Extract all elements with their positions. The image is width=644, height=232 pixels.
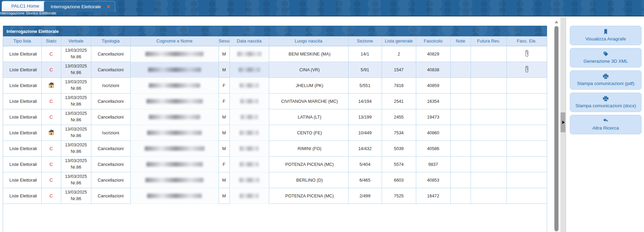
status-c-label: C bbox=[50, 114, 53, 120]
column-header-stato[interactable]: Stato bbox=[41, 36, 61, 46]
cell-note bbox=[450, 141, 471, 156]
column-header-verbale[interactable]: Verbale bbox=[61, 36, 91, 46]
attachment-link[interactable] bbox=[525, 69, 529, 74]
column-header-luogo-nascita[interactable]: Luogo nascita bbox=[269, 36, 348, 46]
column-header-note[interactable]: Note bbox=[450, 36, 471, 46]
cell-data-nascita bbox=[229, 109, 269, 125]
redacted-name bbox=[147, 194, 202, 198]
top-tab-bar: PALC1 Home Interrogazione Elettorale × I… bbox=[0, 0, 644, 16]
actions-panel: Visualizza Anagrafe Generazione 3D XML S… bbox=[566, 17, 644, 232]
redacted-name bbox=[149, 115, 200, 119]
cell-lista-generale: 6603 bbox=[382, 172, 416, 188]
stampa-comunicazioni-docx-button[interactable]: Stampa comunicazioni (docx) bbox=[570, 93, 642, 112]
table-row[interactable]: Liste Elettorali C 13/03/2025 Nr.86 Canc… bbox=[3, 46, 547, 62]
cell-luogo-nascita: BERLINO (D) bbox=[269, 172, 348, 188]
table-row[interactable]: Liste Elettorali C 13/03/2025 Nr.86 Canc… bbox=[3, 109, 547, 125]
cell-data-nascita bbox=[229, 46, 269, 62]
column-header-tipologia[interactable]: Tipologia bbox=[91, 36, 130, 46]
table-row[interactable]: Liste Elettorali 13/03/2025 Nr.86 Iscriz… bbox=[3, 125, 547, 141]
cell-fascicolo: 40838 bbox=[416, 62, 450, 77]
cell-note bbox=[450, 125, 471, 141]
tab-label: PALC1 Home bbox=[11, 3, 39, 9]
cell-note bbox=[450, 93, 471, 109]
button-label: Stampa comunicazioni (pdf) bbox=[570, 81, 641, 86]
cell-tipologia: Iscrizioni bbox=[91, 77, 130, 93]
cell-sezione: 5/551 bbox=[348, 77, 382, 93]
cell-futura-rev bbox=[471, 77, 507, 93]
paperclip-icon bbox=[525, 66, 529, 73]
column-header-sezione[interactable]: Sezione bbox=[348, 36, 382, 46]
column-header-tipo-lista[interactable]: Tipo lista bbox=[3, 36, 41, 46]
redacted-birthdate bbox=[241, 115, 258, 119]
panel-splitter[interactable] bbox=[560, 17, 566, 232]
vertical-scrollbar[interactable] bbox=[554, 17, 559, 232]
splitter-handle[interactable] bbox=[561, 112, 565, 132]
cell-lista-generale: 2541 bbox=[382, 93, 416, 109]
house-icon bbox=[48, 82, 54, 88]
button-label: Altra Ricerca bbox=[570, 125, 641, 131]
redacted-name bbox=[145, 52, 203, 56]
cell-sezione: 14/432 bbox=[348, 141, 382, 156]
cell-note bbox=[450, 172, 471, 188]
column-header-futura-rev[interactable]: Futura Rev. bbox=[471, 36, 507, 46]
cell-fasc-ele bbox=[507, 77, 547, 93]
cell-fascicolo: 40829 bbox=[416, 46, 450, 62]
cell-sesso: M bbox=[219, 172, 229, 188]
table-row[interactable]: Liste Elettorali 13/03/2025 Nr.86 Iscriz… bbox=[3, 77, 547, 93]
cell-sesso: M bbox=[219, 62, 229, 77]
cell-tipologia: Cancellazioni bbox=[91, 46, 130, 62]
column-header-lista-generale[interactable]: Lista generale bbox=[382, 36, 416, 46]
cell-luogo-nascita: CINA (VR) bbox=[269, 62, 348, 77]
cell-verbale: 13/03/2025 Nr.86 bbox=[61, 62, 91, 77]
cell-fasc-ele bbox=[507, 109, 547, 125]
cell-tipo-lista: Liste Elettorali bbox=[3, 188, 41, 204]
redacted-name bbox=[145, 146, 205, 151]
cell-sezione: 5/404 bbox=[348, 156, 382, 172]
column-header-data-nascita[interactable]: Data nascita bbox=[229, 36, 269, 46]
cell-sezione: 14/1 bbox=[348, 46, 382, 62]
cell-sesso: M bbox=[219, 188, 229, 204]
cell-stato: C bbox=[41, 172, 61, 188]
tab-palc1-home[interactable]: PALC1 Home bbox=[2, 1, 49, 11]
table-row[interactable]: Liste Elettorali C 13/03/2025 Nr.86 Canc… bbox=[3, 172, 547, 188]
cell-verbale: 13/03/2025 Nr.86 bbox=[61, 156, 91, 172]
cell-fascicolo: 40853 bbox=[416, 172, 450, 188]
table-row[interactable]: Liste Elettorali C 13/03/2025 Nr.86 Canc… bbox=[3, 188, 547, 204]
breadcrumb: Interrogazione Storico Elettorale bbox=[0, 11, 56, 15]
cell-stato: C bbox=[41, 141, 61, 156]
cell-cognome-nome bbox=[130, 141, 219, 156]
cell-sezione: 5/91 bbox=[348, 62, 382, 77]
column-header-fasc-ele[interactable]: Fasc. Ele. bbox=[507, 36, 547, 46]
cell-fascicolo: 40860 bbox=[416, 125, 450, 141]
close-icon[interactable]: × bbox=[107, 4, 110, 10]
button-label: Stampa comunicazioni (docx) bbox=[570, 103, 641, 108]
table-row[interactable]: Liste Elettorali C 13/03/2025 Nr.86 Canc… bbox=[3, 93, 547, 109]
altra-ricerca-button[interactable]: Altra Ricerca bbox=[570, 115, 642, 134]
tab-interrogazione-elettorale[interactable]: Interrogazione Elettorale × bbox=[44, 1, 115, 12]
stampa-comunicazioni-pdf-button[interactable]: Stampa comunicazioni (pdf) bbox=[570, 70, 642, 90]
table-row[interactable]: Liste Elettorali C 13/03/2025 Nr.86 Canc… bbox=[3, 156, 547, 172]
cell-futura-rev bbox=[471, 141, 507, 156]
cell-verbale: 13/03/2025 Nr.86 bbox=[61, 172, 91, 188]
column-header-fascicolo[interactable]: Fascicolo bbox=[416, 36, 450, 46]
table-row[interactable]: Liste Elettorali C 13/03/2025 Nr.86 Canc… bbox=[3, 62, 547, 77]
cell-futura-rev bbox=[471, 172, 507, 188]
column-header-sesso[interactable]: Sesso bbox=[219, 36, 229, 46]
cell-luogo-nascita: CIVITANOVA MARCHE (MC) bbox=[269, 93, 348, 109]
column-header-cognome-e-nome[interactable]: Cognome e Nome bbox=[130, 36, 219, 46]
visualizza-anagrafe-button[interactable]: Visualizza Anagrafe bbox=[570, 26, 642, 45]
cell-futura-rev bbox=[471, 46, 507, 62]
generazione-3d-xml-button[interactable]: Generazione 3D XML bbox=[570, 48, 642, 68]
cell-sesso: F bbox=[219, 156, 229, 172]
scrollbar-thumb[interactable] bbox=[554, 26, 558, 231]
attachment-link[interactable] bbox=[525, 53, 529, 58]
cell-data-nascita bbox=[229, 188, 269, 204]
cell-stato: C bbox=[41, 156, 61, 172]
cell-data-nascita bbox=[229, 93, 269, 109]
cell-fasc-ele bbox=[507, 93, 547, 109]
cell-tipo-lista: Liste Elettorali bbox=[3, 93, 41, 109]
cell-verbale: 13/03/2025 Nr.86 bbox=[61, 141, 91, 156]
table-row[interactable]: Liste Elettorali C 13/03/2025 Nr.86 Canc… bbox=[3, 141, 547, 156]
scroll-up-arrow-icon[interactable] bbox=[555, 21, 558, 23]
paperclip-icon bbox=[525, 50, 529, 57]
